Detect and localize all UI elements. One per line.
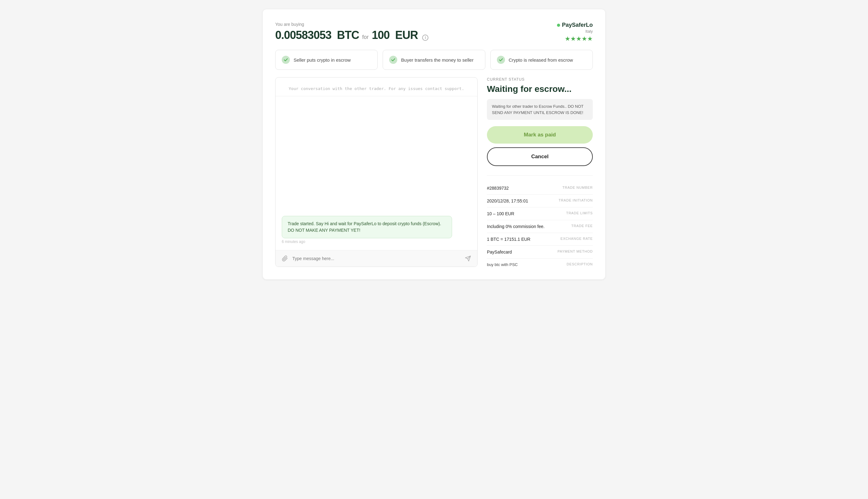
sidebar: CURRENT STATUS Waiting for escrow... Wai…	[487, 77, 593, 267]
cancel-button[interactable]: Cancel	[487, 147, 593, 166]
chat-section: Your conversation with the other trader.…	[275, 77, 478, 267]
trade-fee-label: TRADE FEE	[571, 224, 593, 228]
trade-amount: 0.00583053 BTC for 100 EUR i	[275, 29, 429, 42]
seller-name-row: PaySaferLo	[557, 22, 593, 28]
trade-number-label: TRADE NUMBER	[562, 186, 593, 190]
mark-as-paid-button[interactable]: Mark as paid	[487, 126, 593, 144]
buy-section: You are buying 0.00583053 BTC for 100 EU…	[275, 22, 429, 42]
escrow-warning: Waiting for other trader to Escrow Funds…	[487, 99, 593, 120]
online-indicator	[557, 24, 560, 27]
step-check-3	[497, 56, 505, 64]
exchange-rate-row: 1 BTC = 17151.1 EUR EXCHANGE RATE	[487, 233, 593, 246]
seller-name: PaySaferLo	[562, 22, 593, 28]
send-button[interactable]	[463, 254, 472, 263]
trade-limits-value: 10 – 100 EUR	[487, 211, 514, 216]
exchange-rate-value: 1 BTC = 17151.1 EUR	[487, 237, 531, 242]
step-check-2	[389, 56, 397, 64]
description-row: buy btc with PSC DESCRIPTION	[487, 258, 593, 267]
payment-method-label: PAYMENT METHOD	[558, 250, 593, 253]
main-container: You are buying 0.00583053 BTC for 100 EU…	[263, 9, 605, 279]
step-card-1: Seller puts crypto in escrow	[275, 50, 377, 70]
info-icon[interactable]: i	[422, 35, 429, 41]
trade-limits-label: TRADE LIMITS	[566, 211, 593, 215]
trade-details: #28839732 TRADE NUMBER 2020/12/28, 17:55…	[487, 175, 593, 267]
description-label: DESCRIPTION	[567, 262, 593, 267]
message-time: 6 minutes ago	[282, 240, 471, 244]
seller-info: PaySaferLo Italy ★★★★★	[557, 22, 593, 42]
trade-fee-value: Including 0% commission fee.	[487, 224, 545, 229]
trade-fee-row: Including 0% commission fee. TRADE FEE	[487, 220, 593, 233]
main-content: Your conversation with the other trader.…	[275, 77, 593, 267]
current-status-label: CURRENT STATUS	[487, 77, 593, 82]
trade-number-row: #28839732 TRADE NUMBER	[487, 182, 593, 195]
payment-method-row: PaySafecard PAYMENT METHOD	[487, 246, 593, 258]
trade-initiation-label: TRADE INITIATION	[559, 198, 593, 202]
description-value: buy btc with PSC	[487, 262, 518, 267]
btc-amount: 0.00583053 BTC	[275, 29, 359, 42]
trade-initiation-row: 2020/12/28, 17:55:01 TRADE INITIATION	[487, 195, 593, 207]
chat-messages: Trade started. Say Hi and wait for PaySa…	[275, 96, 477, 250]
step-card-3: Crypto is released from escrow	[491, 50, 593, 70]
step-text-1: Seller puts crypto in escrow	[294, 57, 350, 63]
attach-button[interactable]	[281, 254, 289, 263]
for-label: for	[362, 34, 369, 40]
exchange-rate-label: EXCHANGE RATE	[560, 237, 593, 241]
trade-number-value: #28839732	[487, 186, 509, 191]
chat-input[interactable]	[292, 256, 460, 261]
top-row: You are buying 0.00583053 BTC for 100 EU…	[275, 22, 593, 42]
system-message: Trade started. Say Hi and wait for PaySa…	[282, 216, 452, 238]
trade-limits-row: 10 – 100 EUR TRADE LIMITS	[487, 207, 593, 220]
you-are-buying-label: You are buying	[275, 22, 429, 27]
step-card-2: Buyer transfers the money to seller	[383, 50, 485, 70]
seller-stars: ★★★★★	[557, 35, 593, 42]
status-title: Waiting for escrow...	[487, 84, 593, 94]
steps-row: Seller puts crypto in escrow Buyer trans…	[275, 50, 593, 70]
step-check-1	[282, 56, 290, 64]
step-text-2: Buyer transfers the money to seller	[401, 57, 473, 63]
seller-country: Italy	[557, 29, 593, 34]
step-text-3: Crypto is released from escrow	[509, 57, 573, 63]
payment-method-value: PaySafecard	[487, 250, 512, 255]
eur-amount: 100 EUR	[372, 29, 418, 42]
chat-header-text: Your conversation with the other trader.…	[275, 77, 477, 96]
chat-input-row	[275, 250, 477, 267]
system-message-wrapper: Trade started. Say Hi and wait for PaySa…	[282, 216, 471, 244]
trade-initiation-value: 2020/12/28, 17:55:01	[487, 198, 528, 203]
